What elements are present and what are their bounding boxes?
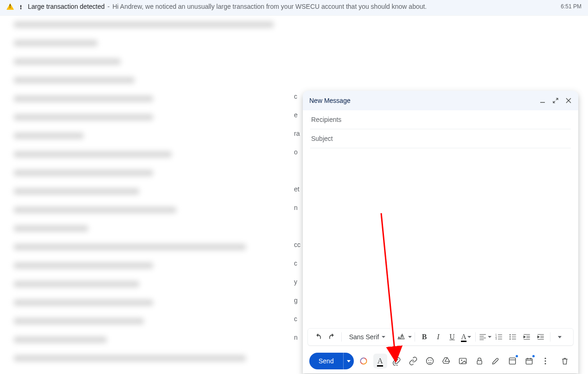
close-button[interactable] bbox=[565, 97, 572, 104]
caret-down-icon bbox=[382, 336, 385, 338]
svg-point-17 bbox=[545, 358, 546, 359]
ai-assist-button[interactable] bbox=[357, 354, 371, 368]
row-separator: - bbox=[108, 3, 110, 10]
compose-body[interactable] bbox=[303, 148, 578, 328]
insert-emoji-button[interactable] bbox=[423, 354, 437, 368]
numbered-list-button[interactable]: 123 bbox=[492, 330, 505, 343]
toolbar-divider bbox=[550, 332, 550, 342]
svg-text:T: T bbox=[398, 336, 400, 340]
underline-button[interactable]: U bbox=[446, 330, 459, 343]
italic-button[interactable]: I bbox=[432, 330, 445, 343]
insert-link-button[interactable] bbox=[406, 354, 420, 368]
svg-point-7 bbox=[510, 338, 511, 339]
svg-text:3: 3 bbox=[496, 338, 497, 340]
bold-button[interactable]: B bbox=[418, 330, 431, 343]
discard-draft-button[interactable] bbox=[558, 354, 572, 368]
indent-more-button[interactable] bbox=[534, 330, 547, 343]
insert-signature-button[interactable] bbox=[489, 354, 503, 368]
formatting-toolbar: Sans Serif TT B I U A 123 bbox=[307, 328, 574, 346]
compose-window: New Message Sans Serif TT bbox=[303, 91, 578, 374]
fullscreen-button[interactable] bbox=[552, 97, 559, 104]
align-button[interactable] bbox=[479, 330, 492, 343]
caret-down-icon bbox=[347, 360, 351, 362]
svg-point-8 bbox=[360, 358, 366, 364]
more-formatting-button[interactable] bbox=[553, 330, 566, 343]
compose-title: New Message bbox=[309, 97, 351, 104]
toolbar-divider bbox=[341, 332, 342, 342]
insert-photo-button[interactable] bbox=[456, 354, 470, 368]
font-family-label: Sans Serif bbox=[349, 333, 379, 341]
caret-down-icon bbox=[488, 336, 492, 338]
inbox-row-alert[interactable]: Large transaction detected - Hi Andrew, … bbox=[0, 0, 588, 16]
svg-rect-14 bbox=[477, 361, 482, 364]
attach-file-button[interactable] bbox=[390, 354, 404, 368]
undo-button[interactable] bbox=[312, 330, 325, 343]
font-family-select[interactable]: Sans Serif bbox=[345, 330, 390, 343]
subject-input[interactable] bbox=[310, 134, 571, 143]
svg-point-11 bbox=[430, 360, 431, 361]
svg-point-6 bbox=[510, 336, 511, 337]
schedule-suggest-button[interactable] bbox=[522, 354, 536, 368]
save-draft-button[interactable] bbox=[505, 354, 519, 368]
insert-drive-button[interactable] bbox=[440, 354, 454, 368]
text-color-button[interactable]: A bbox=[460, 330, 473, 343]
toolbar-divider bbox=[393, 332, 393, 342]
blue-dot-icon bbox=[516, 355, 518, 357]
recipients-input[interactable] bbox=[310, 115, 571, 124]
svg-point-10 bbox=[428, 360, 429, 361]
row-body: Hi Andrew, we noticed an unusually large… bbox=[112, 3, 427, 10]
svg-rect-16 bbox=[526, 359, 532, 364]
subject-field[interactable] bbox=[310, 129, 571, 148]
blue-dot-icon bbox=[532, 355, 535, 357]
blurred-inbox-list bbox=[0, 17, 301, 374]
svg-rect-15 bbox=[509, 358, 515, 364]
svg-point-9 bbox=[426, 358, 433, 365]
svg-text:T: T bbox=[401, 335, 404, 340]
send-button[interactable]: Send bbox=[309, 353, 343, 369]
bulleted-list-button[interactable] bbox=[506, 330, 519, 343]
compose-action-row: Send A bbox=[303, 349, 578, 374]
svg-point-5 bbox=[510, 334, 511, 335]
caret-down-icon bbox=[467, 336, 471, 338]
row-time: 6:51 PM bbox=[561, 3, 582, 10]
text-formatting-toggle[interactable]: A bbox=[373, 354, 387, 368]
svg-point-13 bbox=[461, 360, 462, 361]
toolbar-divider bbox=[415, 332, 415, 342]
warning-icon bbox=[6, 3, 14, 10]
recipients-field[interactable] bbox=[310, 110, 571, 129]
svg-point-19 bbox=[545, 363, 546, 364]
redo-button[interactable] bbox=[326, 330, 339, 343]
compose-header[interactable]: New Message bbox=[303, 91, 578, 110]
caret-down-icon bbox=[408, 336, 412, 338]
row-subject: Large transaction detected bbox=[18, 3, 105, 10]
minimize-button[interactable] bbox=[539, 97, 546, 104]
toolbar-divider bbox=[475, 332, 476, 342]
send-options-button[interactable] bbox=[343, 353, 354, 369]
indent-less-button[interactable] bbox=[520, 330, 533, 343]
send-split-button: Send bbox=[309, 353, 354, 369]
font-size-select[interactable]: TT bbox=[396, 330, 412, 343]
svg-rect-12 bbox=[460, 358, 467, 364]
confidential-mode-button[interactable] bbox=[473, 354, 486, 368]
more-options-button[interactable] bbox=[539, 354, 553, 368]
svg-point-18 bbox=[545, 361, 546, 362]
